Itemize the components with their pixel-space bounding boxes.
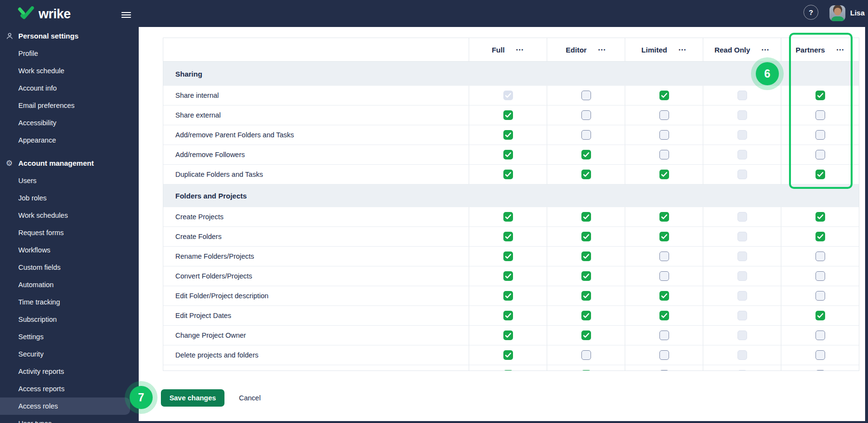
sidebar-item-security[interactable]: Security	[0, 345, 139, 363]
checkbox-checked[interactable]	[581, 311, 591, 320]
sidebar-item-appearance[interactable]: Appearance	[0, 132, 139, 149]
section-title: Sharing	[163, 70, 202, 78]
sidebar-item-access-roles[interactable]: Access roles	[0, 397, 130, 415]
checkbox-checked[interactable]	[503, 350, 513, 360]
checkbox-checked[interactable]	[503, 291, 513, 301]
checkbox-unchecked[interactable]	[815, 150, 825, 159]
checkbox-unchecked[interactable]	[815, 130, 825, 140]
checkbox-unchecked[interactable]	[815, 350, 825, 360]
sidebar-section-account-management[interactable]: ⚙Account management	[0, 155, 139, 172]
checkbox-unchecked[interactable]	[659, 271, 669, 281]
checkbox-checked[interactable]	[503, 110, 513, 120]
sidebar-item-automation[interactable]: Automation	[0, 276, 139, 293]
checkbox-unchecked[interactable]	[581, 130, 591, 140]
checkbox-unchecked[interactable]	[581, 91, 591, 100]
sidebar-item-access-reports[interactable]: Access reports	[0, 380, 139, 397]
checkbox-checked[interactable]	[659, 170, 669, 179]
hamburger-menu-icon[interactable]	[121, 11, 131, 19]
checkbox-checked[interactable]	[815, 232, 825, 241]
table-body: SharingShare internalShare externalAdd/r…	[163, 62, 859, 371]
column-menu-icon[interactable]: •••	[598, 47, 606, 53]
checkbox-checked[interactable]	[815, 91, 825, 100]
sidebar-item-custom-fields[interactable]: Custom fields	[0, 259, 139, 276]
checkbox-checked[interactable]	[815, 212, 825, 222]
sidebar-item-profile[interactable]: Profile	[0, 45, 139, 62]
checkbox-checked[interactable]	[581, 330, 591, 340]
checkbox-checked[interactable]	[581, 271, 591, 281]
checkbox-checked[interactable]	[581, 232, 591, 241]
sidebar-item-settings[interactable]: Settings	[0, 328, 139, 345]
checkbox-checked[interactable]	[581, 370, 591, 371]
checkbox-unchecked[interactable]	[659, 370, 669, 371]
checkbox-checked[interactable]	[659, 291, 669, 301]
column-menu-icon[interactable]: •••	[762, 47, 770, 53]
checkbox-checked[interactable]	[503, 251, 513, 261]
sidebar-item-work-schedules[interactable]: Work schedules	[0, 207, 139, 224]
row-label	[163, 365, 469, 371]
save-changes-button[interactable]: Save changes	[161, 389, 224, 407]
sidebar-item-subscription[interactable]: Subscription	[0, 311, 139, 328]
checkbox-unchecked[interactable]	[659, 330, 669, 340]
checkbox-checked[interactable]	[503, 271, 513, 281]
sidebar-item-users[interactable]: Users	[0, 172, 139, 189]
checkbox-unchecked[interactable]	[581, 110, 591, 120]
user-name[interactable]: Lisa	[850, 9, 865, 17]
sidebar-item-job-roles[interactable]: Job roles	[0, 189, 139, 207]
checkbox-checked[interactable]	[659, 91, 669, 100]
row-label-column-header	[163, 38, 469, 61]
checkbox-checked[interactable]	[503, 130, 513, 140]
checkbox-unchecked[interactable]	[659, 110, 669, 120]
sidebar-item-user-types[interactable]: User types	[0, 415, 139, 423]
sidebar-item-email-preferences[interactable]: Email preferences	[0, 97, 139, 114]
checkbox-unchecked[interactable]	[581, 350, 591, 360]
column-menu-icon[interactable]: •••	[679, 47, 687, 53]
sidebar-item-activity-reports[interactable]: Activity reports	[0, 363, 139, 380]
sidebar-section-personal-settings[interactable]: Personal settings	[0, 27, 139, 45]
checkbox-cell	[703, 286, 781, 305]
column-menu-icon[interactable]: •••	[516, 47, 525, 53]
checkbox-unchecked[interactable]	[815, 271, 825, 281]
checkbox-checked[interactable]	[815, 311, 825, 320]
checkbox-unchecked[interactable]	[815, 291, 825, 301]
sidebar-item-workflows[interactable]: Workflows	[0, 241, 139, 259]
checkbox-checked[interactable]	[659, 311, 669, 320]
sidebar-item-accessibility[interactable]: Accessibility	[0, 114, 139, 132]
checkbox-cell	[625, 165, 703, 184]
sidebar-item-time-tracking[interactable]: Time tracking	[0, 293, 139, 311]
sidebar-section-label: Personal settings	[18, 32, 79, 40]
checkbox-unchecked[interactable]	[815, 330, 825, 340]
checkbox-checked[interactable]	[503, 170, 513, 179]
checkbox-unchecked[interactable]	[815, 370, 825, 371]
checkbox-checked[interactable]	[503, 330, 513, 340]
column-menu-icon[interactable]: •••	[837, 47, 845, 53]
checkbox-cell	[703, 207, 781, 226]
sidebar-item-account-info[interactable]: Account info	[0, 79, 139, 97]
checkbox-checked[interactable]	[581, 212, 591, 222]
checkbox-checked[interactable]	[581, 150, 591, 159]
checkbox-checked[interactable]	[659, 232, 669, 241]
checkbox-unchecked[interactable]	[659, 130, 669, 140]
user-avatar[interactable]	[829, 5, 845, 21]
checkbox-checked[interactable]	[581, 170, 591, 179]
checkbox-unchecked[interactable]	[659, 350, 669, 360]
table-row: Duplicate Folders and Tasks	[163, 165, 859, 185]
sidebar-item-request-forms[interactable]: Request forms	[0, 224, 139, 241]
sidebar-item-work-schedule[interactable]: Work schedule	[0, 62, 139, 79]
checkbox-unchecked[interactable]	[659, 150, 669, 159]
checkbox-checked[interactable]	[659, 212, 669, 222]
checkbox-checked[interactable]	[503, 232, 513, 241]
checkbox-unchecked[interactable]	[815, 110, 825, 120]
checkbox-checked[interactable]	[503, 370, 513, 371]
checkbox-checked[interactable]	[503, 212, 513, 222]
checkbox-checked[interactable]	[503, 311, 513, 320]
checkbox-checked[interactable]	[581, 291, 591, 301]
checkbox-checked[interactable]	[815, 170, 825, 179]
checkbox-checked[interactable]	[503, 150, 513, 159]
checkbox-checked[interactable]	[581, 251, 591, 261]
checkbox-unchecked[interactable]	[815, 251, 825, 261]
wrike-logo[interactable]: wrike	[17, 6, 71, 22]
cancel-button[interactable]: Cancel	[233, 389, 266, 407]
checkbox-unchecked[interactable]	[659, 251, 669, 261]
checkbox-cell	[469, 165, 547, 184]
help-icon[interactable]: ?	[803, 5, 818, 20]
